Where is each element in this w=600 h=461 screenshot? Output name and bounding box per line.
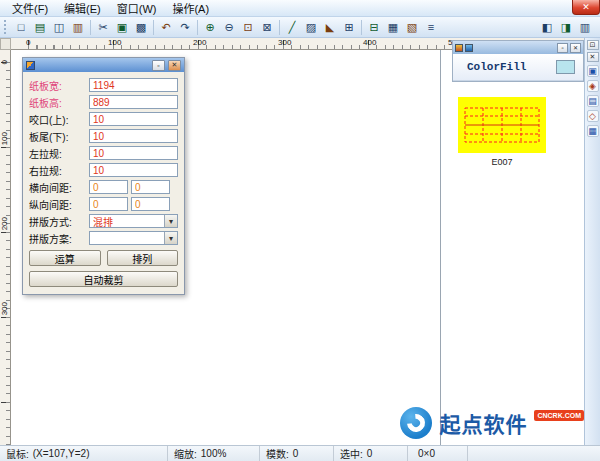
palette-icon (455, 44, 463, 52)
status-label: 鼠标: (6, 446, 29, 461)
ruler-label: 0 (0, 60, 9, 64)
ruler-corner (0, 38, 11, 50)
field-row-layout-scheme: 拼版方案: (29, 231, 178, 245)
layout-mode-dropdown[interactable]: 混排 (89, 214, 178, 228)
zoom-out-icon[interactable]: ⊖ (220, 19, 238, 36)
field-row-layout-mode: 拼版方式: 混排 (29, 214, 178, 228)
tail-bottom-field[interactable] (89, 129, 178, 143)
cut-icon[interactable]: ✂ (94, 19, 112, 36)
hatch-tool-icon[interactable]: ▨ (302, 19, 320, 36)
properties-icon[interactable]: ▥ (576, 19, 594, 36)
layer-tool-icon[interactable]: ▤ (587, 95, 599, 107)
field-row-board-height: 纸板高: (29, 95, 178, 109)
grip-top-field[interactable] (89, 112, 178, 126)
ruler-label: 200 (0, 217, 9, 230)
grid-view-icon[interactable]: ▦ (587, 125, 599, 137)
ruler-label: 200 (193, 38, 206, 47)
select-tool-icon[interactable]: ▣ (587, 65, 599, 77)
field-label: 纸板宽: (29, 78, 86, 93)
panel-close-icon[interactable]: ✕ (570, 43, 581, 53)
status-value: 0×0 (418, 448, 435, 459)
panel-minimize-icon[interactable]: ▫ (557, 43, 568, 53)
toolbar-separator (197, 20, 198, 35)
colorfill-titlebar: ▫ ✕ (453, 41, 583, 54)
status-size: 0×0 (408, 446, 468, 461)
toolbar-separator (153, 20, 154, 35)
template-item[interactable]: E007 (458, 97, 546, 167)
close-icon[interactable]: ✕ (572, 0, 600, 15)
dialog-button-row: 运算 排列 (29, 250, 178, 266)
undo-icon[interactable]: ↶ (157, 19, 175, 36)
colorfill-row[interactable]: ColorFill (453, 54, 583, 81)
print-icon[interactable]: ▥ (69, 19, 87, 36)
dialog-minimize-icon[interactable]: ▫ (152, 60, 165, 71)
status-bar: 鼠标: (X=107,Y=2) 缩放: 100% 模数: 0 选中: 0 0×0 (0, 445, 600, 461)
menu-edit[interactable]: 编辑(E) (56, 0, 109, 17)
copy-icon[interactable]: ▣ (113, 19, 131, 36)
ruler-label: 100 (108, 38, 121, 47)
field-row-grip-top: 咬口(上): (29, 112, 178, 126)
node-tool-icon[interactable]: ◇ (587, 110, 599, 122)
zoom-window-icon[interactable]: ⊡ (239, 19, 257, 36)
zoom-in-icon[interactable]: ⊕ (201, 19, 219, 36)
toolbar-separator (279, 20, 280, 35)
board-height-field[interactable] (89, 95, 178, 109)
menu-operate[interactable]: 操作(A) (164, 0, 217, 17)
color-swatch[interactable] (556, 60, 575, 74)
field-row-v-spacing: 纵向间距: (29, 197, 178, 211)
field-row-left-guide: 左拉规: (29, 146, 178, 160)
toolbar: □ ▤ ◫ ▥ ✂ ▣ ▩ ↶ ↷ ⊕ ⊖ ⊡ ⊠ ╱ ▨ ◣ ⊞ ⊟ ▦ ▧ … (0, 17, 600, 38)
grid-icon[interactable]: ⊟ (365, 19, 383, 36)
panel-right-icon[interactable]: ◨ (557, 19, 575, 36)
menu-file[interactable]: 文件(F) (4, 0, 56, 17)
toolbar-grip (4, 20, 7, 34)
field-label: 板尾(下): (29, 129, 86, 144)
dialog-titlebar: ▫ ✕ (23, 58, 184, 72)
status-label: 选中: (340, 446, 363, 461)
menu-window[interactable]: 窗口(W) (109, 0, 165, 17)
shape-tool-icon[interactable]: ◈ (587, 80, 599, 92)
field-label: 右拉规: (29, 163, 86, 178)
ruler-label: 300 (0, 302, 9, 315)
vertical-ruler: 0 100 200 300 (0, 50, 11, 445)
arrange-icon[interactable]: ≡ (422, 19, 440, 36)
dock-close-icon[interactable]: ✕ (587, 52, 599, 62)
arrange-button[interactable]: 排列 (107, 250, 179, 266)
status-mouse: 鼠标: (X=107,Y=2) (0, 446, 168, 461)
board-width-field[interactable] (89, 78, 178, 92)
run-button[interactable]: 运算 (29, 250, 101, 266)
layout-scheme-dropdown[interactable] (89, 231, 178, 245)
site-domain-badge: CNCRK.COM (534, 410, 584, 421)
dialog-close-icon[interactable]: ✕ (168, 60, 181, 71)
zoom-fit-icon[interactable]: ⊠ (258, 19, 276, 36)
h-spacing-field-2[interactable] (131, 180, 170, 194)
redo-icon[interactable]: ↷ (176, 19, 194, 36)
calculator-icon[interactable]: ⊞ (340, 19, 358, 36)
set-square-icon[interactable]: ◣ (321, 19, 339, 36)
site-name: 起点软件 (439, 408, 527, 438)
field-label: 左拉规: (29, 146, 86, 161)
array-icon[interactable]: ▦ (384, 19, 402, 36)
v-spacing-field-2[interactable] (131, 197, 170, 211)
status-label: 缩放: (174, 446, 197, 461)
open-icon[interactable]: ▤ (31, 19, 49, 36)
field-label: 纸板高: (29, 95, 86, 110)
save-icon[interactable]: ◫ (50, 19, 68, 36)
dock-restore-icon[interactable]: ⊡ (587, 40, 599, 50)
line-tool-icon[interactable]: ╱ (283, 19, 301, 36)
paste-icon[interactable]: ▩ (132, 19, 150, 36)
colorfill-panel: ▫ ✕ ColorFill (452, 40, 584, 82)
dieline-preview (458, 97, 546, 153)
v-spacing-field-1[interactable] (89, 197, 128, 211)
new-icon[interactable]: □ (12, 19, 30, 36)
h-spacing-field-1[interactable] (89, 180, 128, 194)
dialog-button-row: 自动裁剪 (29, 271, 178, 287)
dialog-icon (26, 61, 35, 70)
panel-left-icon[interactable]: ◧ (538, 19, 556, 36)
auto-crop-button[interactable]: 自动裁剪 (29, 271, 178, 287)
color-fill-icon[interactable]: ▧ (403, 19, 421, 36)
right-guide-field[interactable] (89, 163, 178, 177)
field-label: 拼版方式: (29, 214, 86, 229)
field-label: 横向间距: (29, 180, 86, 195)
left-guide-field[interactable] (89, 146, 178, 160)
